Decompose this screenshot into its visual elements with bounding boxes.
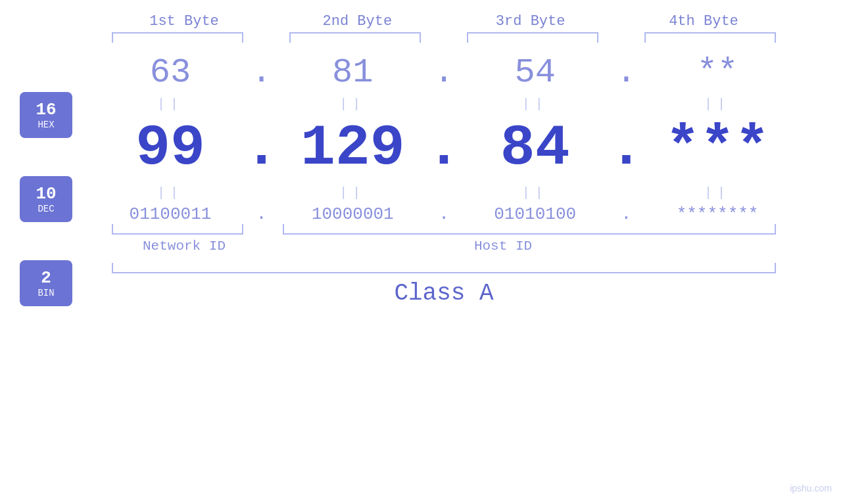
bin-number: 2 — [41, 268, 51, 288]
bin-dot-3: . — [607, 204, 646, 224]
top-bracket-3 — [467, 32, 598, 43]
dec-data-row: 99 . 129 . 84 . *** — [99, 116, 789, 181]
host-id-label: Host ID — [230, 239, 776, 254]
dec-val-2: 129 — [281, 116, 424, 181]
bin-val-3: 01010100 — [464, 204, 607, 224]
hex-dot-1: . — [242, 53, 281, 92]
bin-badge: 2 BIN — [20, 260, 72, 306]
bin-dot-2: . — [424, 204, 463, 224]
hex-val-1: 63 — [99, 53, 242, 92]
top-bracket-row — [99, 32, 789, 43]
dec-label: DEC — [37, 204, 54, 214]
hex-val-2: 81 — [281, 53, 424, 92]
top-bracket-1 — [112, 32, 243, 43]
network-bracket — [112, 224, 243, 235]
hex-dot-2: . — [424, 53, 463, 92]
top-bracket-2 — [289, 32, 421, 43]
hex-dot-3: . — [607, 53, 646, 92]
host-bracket — [283, 224, 776, 235]
base-badges: 16 HEX 10 DEC 2 BIN — [20, 13, 72, 306]
bin-data-row: 01100011 . 10000001 . 01010100 . *******… — [99, 204, 789, 224]
bin-val-1: 01100011 — [99, 204, 242, 224]
hex-label: HEX — [37, 120, 54, 130]
class-a-label: Class A — [99, 280, 789, 307]
dec-number: 10 — [36, 184, 56, 204]
hex-data-row: 63 . 81 . 54 . ** — [99, 53, 789, 92]
eq2-2: || — [281, 185, 424, 200]
hex-val-3: 54 — [464, 53, 607, 92]
equals-row-1: || || || || — [99, 92, 789, 116]
eq2-4: || — [646, 185, 789, 200]
byte4-header: 4th Byte — [631, 13, 776, 30]
dec-val-3: 84 — [464, 116, 607, 181]
right-content: 1st Byte 2nd Byte 3rd Byte 4th Byte 63 .… — [99, 13, 789, 307]
bin-label: BIN — [37, 288, 54, 298]
byte3-header: 3rd Byte — [458, 13, 603, 30]
eq1-1: || — [99, 97, 242, 112]
eq1-4: || — [646, 97, 789, 112]
eq2-3: || — [464, 185, 607, 200]
top-bracket-4 — [644, 32, 776, 43]
equals-row-2: || || || || — [99, 181, 789, 204]
bin-dot-1: . — [242, 204, 281, 224]
hex-number: 16 — [36, 100, 56, 120]
dec-badge: 10 DEC — [20, 176, 72, 222]
hex-val-4: ** — [646, 53, 789, 92]
bottom-brackets — [112, 224, 776, 235]
dec-dot-3: . — [607, 116, 646, 181]
byte2-header: 2nd Byte — [285, 13, 429, 30]
byte1-header: 1st Byte — [112, 13, 256, 30]
main-layout: 16 HEX 10 DEC 2 BIN 1st Byte 2nd Byte 3r… — [0, 0, 845, 307]
watermark: ipshu.com — [790, 483, 832, 493]
bin-val-4: ******** — [646, 204, 789, 224]
eq1-3: || — [464, 97, 607, 112]
dec-val-1: 99 — [99, 116, 242, 181]
bin-val-2: 10000001 — [281, 204, 424, 224]
dec-val-4: *** — [646, 116, 789, 181]
bottom-bracket-section: Network ID Host ID — [99, 224, 789, 254]
hex-badge: 16 HEX — [20, 92, 72, 138]
dec-dot-2: . — [424, 116, 463, 181]
byte-header-row: 1st Byte 2nd Byte 3rd Byte 4th Byte — [99, 13, 789, 30]
class-bracket — [112, 263, 776, 273]
eq2-1: || — [99, 185, 242, 200]
eq1-2: || — [281, 97, 424, 112]
dec-dot-1: . — [242, 116, 281, 181]
top-section: 16 HEX 10 DEC 2 BIN 1st Byte 2nd Byte 3r… — [20, 13, 789, 307]
bracket-labels: Network ID Host ID — [112, 239, 776, 254]
bracket-gap — [243, 224, 283, 235]
